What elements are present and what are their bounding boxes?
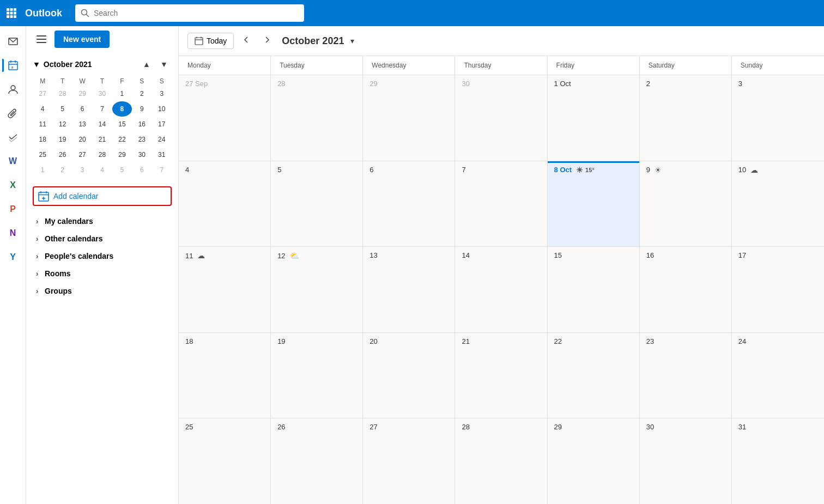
month-day-cell[interactable]: 23 <box>640 333 732 418</box>
mini-cal-day[interactable]: 30 <box>92 86 112 101</box>
month-day-cell[interactable]: 7 <box>455 161 547 247</box>
nav-onenote[interactable]: N <box>2 222 24 244</box>
nav-word[interactable]: W <box>2 150 24 172</box>
hamburger-menu[interactable] <box>33 31 50 48</box>
mini-cal-day[interactable]: 13 <box>72 117 92 132</box>
mini-cal-day[interactable]: 2 <box>52 162 72 178</box>
mini-cal-day[interactable]: 3 <box>72 162 92 178</box>
mini-cal-day[interactable]: 31 <box>152 147 172 162</box>
mini-cal-day[interactable]: 10 <box>152 101 172 117</box>
month-day-cell[interactable]: 1 Oct <box>548 75 640 161</box>
add-calendar-button[interactable]: Add calendar <box>33 186 172 206</box>
month-day-cell[interactable]: 31 <box>732 418 824 504</box>
mini-cal-day[interactable]: 21 <box>92 132 112 147</box>
mini-cal-day[interactable]: 4 <box>92 162 112 178</box>
mini-cal-day[interactable]: 25 <box>33 147 52 162</box>
mini-cal-day[interactable]: 1 <box>112 86 132 101</box>
mini-calendar-title[interactable]: ▼ October 2021 <box>33 60 92 69</box>
calendar-period-dropdown[interactable]: ▾ <box>348 34 356 47</box>
mini-cal-day[interactable]: 29 <box>72 86 92 101</box>
month-day-cell[interactable]: 22 <box>548 333 640 418</box>
mini-cal-day[interactable]: 28 <box>92 147 112 162</box>
prev-month-button[interactable] <box>238 33 255 49</box>
month-day-cell[interactable]: 27 <box>363 418 455 504</box>
mini-cal-day[interactable]: 24 <box>152 132 172 147</box>
month-day-cell[interactable]: 30 <box>455 75 547 161</box>
nav-yammer[interactable]: Y <box>2 246 24 268</box>
mini-cal-day[interactable]: 6 <box>72 101 92 117</box>
nav-people[interactable] <box>2 78 24 100</box>
mini-cal-day[interactable]: 27 <box>72 147 92 162</box>
mini-cal-day[interactable]: 11 <box>33 117 52 132</box>
month-day-cell[interactable]: 14 <box>455 247 547 332</box>
month-day-cell[interactable]: 19 <box>271 333 363 418</box>
new-event-button[interactable]: New event <box>54 31 110 48</box>
month-day-cell[interactable]: 30 <box>640 418 732 504</box>
month-day-cell[interactable]: 15 <box>548 247 640 332</box>
month-day-cell[interactable]: 8 Oct☀15° <box>548 161 640 247</box>
mini-cal-day[interactable]: 7 <box>152 162 172 178</box>
month-day-cell[interactable]: 20 <box>363 333 455 418</box>
nav-powerpoint[interactable]: P <box>2 198 24 220</box>
month-day-cell[interactable]: 6 <box>363 161 455 247</box>
mini-cal-day[interactable]: 6 <box>132 162 152 178</box>
nav-tasks[interactable] <box>2 126 24 148</box>
mini-cal-day[interactable]: 14 <box>92 117 112 132</box>
month-day-cell[interactable]: 13 <box>363 247 455 332</box>
mini-cal-day[interactable]: 9 <box>132 101 152 117</box>
mini-cal-day[interactable]: 5 <box>52 101 72 117</box>
month-day-cell[interactable]: 11☁ <box>179 247 271 332</box>
mini-cal-day[interactable]: 1 <box>33 162 52 178</box>
month-day-cell[interactable]: 17 <box>732 247 824 332</box>
month-day-cell[interactable]: 29 <box>548 418 640 504</box>
month-day-cell[interactable]: 18 <box>179 333 271 418</box>
month-day-cell[interactable]: 16 <box>640 247 732 332</box>
group-my-calendars[interactable]: › My calendars <box>33 212 172 230</box>
search-input[interactable] <box>94 9 299 17</box>
nav-calendar[interactable]: 8 <box>2 54 24 76</box>
month-day-cell[interactable]: 28 <box>271 75 363 161</box>
mini-cal-day[interactable]: 26 <box>52 147 72 162</box>
mini-cal-day[interactable]: 8 <box>112 101 132 117</box>
mini-cal-day[interactable]: 5 <box>112 162 132 178</box>
mini-cal-day[interactable]: 20 <box>72 132 92 147</box>
mini-calendar-next[interactable]: ▼ <box>156 57 172 72</box>
mini-cal-day[interactable]: 28 <box>52 86 72 101</box>
mini-cal-day[interactable]: 12 <box>52 117 72 132</box>
nav-mail[interactable] <box>2 31 24 52</box>
waffle-menu[interactable] <box>7 8 16 18</box>
mini-cal-day[interactable]: 19 <box>52 132 72 147</box>
month-day-cell[interactable]: 27 Sep <box>179 75 271 161</box>
mini-cal-day[interactable]: 17 <box>152 117 172 132</box>
mini-cal-day[interactable]: 16 <box>132 117 152 132</box>
mini-cal-day[interactable]: 30 <box>132 147 152 162</box>
month-day-cell[interactable]: 2 <box>640 75 732 161</box>
month-day-cell[interactable]: 5 <box>271 161 363 247</box>
mini-cal-day[interactable]: 27 <box>33 86 52 101</box>
mini-cal-day[interactable]: 18 <box>33 132 52 147</box>
nav-attachments[interactable] <box>2 102 24 124</box>
month-day-cell[interactable]: 29 <box>363 75 455 161</box>
month-day-cell[interactable]: 21 <box>455 333 547 418</box>
mini-cal-day[interactable]: 7 <box>92 101 112 117</box>
mini-calendar-prev[interactable]: ▲ <box>139 57 154 72</box>
month-day-cell[interactable]: 3 <box>732 75 824 161</box>
mini-cal-day[interactable]: 4 <box>33 101 52 117</box>
group-rooms[interactable]: › Rooms <box>33 265 172 282</box>
mini-cal-day[interactable]: 22 <box>112 132 132 147</box>
group-other-calendars[interactable]: › Other calendars <box>33 230 172 247</box>
month-day-cell[interactable]: 26 <box>271 418 363 504</box>
next-month-button[interactable] <box>259 33 275 49</box>
mini-cal-day[interactable]: 3 <box>152 86 172 101</box>
month-day-cell[interactable]: 4 <box>179 161 271 247</box>
month-day-cell[interactable]: 9☀ <box>640 161 732 247</box>
mini-cal-day[interactable]: 23 <box>132 132 152 147</box>
month-day-cell[interactable]: 24 <box>732 333 824 418</box>
mini-cal-day[interactable]: 15 <box>112 117 132 132</box>
group-groups[interactable]: › Groups <box>33 282 172 300</box>
group-peoples-calendars[interactable]: › People's calendars <box>33 247 172 265</box>
today-button[interactable]: Today <box>187 33 234 49</box>
month-day-cell[interactable]: 10☁ <box>732 161 824 247</box>
month-day-cell[interactable]: 12⛅ <box>271 247 363 332</box>
month-day-cell[interactable]: 25 <box>179 418 271 504</box>
